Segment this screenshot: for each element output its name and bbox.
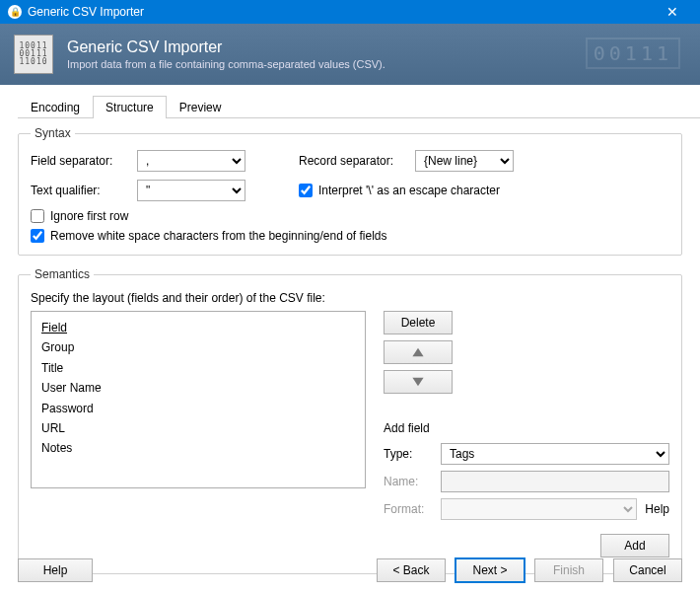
add-field-heading: Add field — [384, 421, 669, 435]
syntax-group: Syntax Field separator: , Record separat… — [18, 126, 682, 256]
list-item[interactable]: Password — [41, 399, 355, 418]
field-separator-label: Field separator: — [31, 154, 129, 168]
cancel-button[interactable]: Cancel — [613, 558, 682, 582]
text-qualifier-label: Text qualifier: — [31, 184, 129, 197]
finish-button: Finish — [534, 558, 603, 582]
list-item[interactable]: Group — [41, 337, 355, 357]
semantics-group: Semantics Specify the layout (fields and… — [18, 267, 682, 574]
csv-icon: 100110011111010 — [14, 35, 53, 74]
list-item[interactable]: Notes — [41, 438, 355, 458]
header-subtitle: Import data from a file containing comma… — [67, 58, 385, 70]
back-button[interactable]: < Back — [377, 558, 446, 582]
name-input — [441, 471, 669, 492]
ignore-first-row-checkbox[interactable] — [31, 209, 44, 223]
footer: Help < Back Next > Finish Cancel — [0, 558, 700, 582]
type-select[interactable]: Tags — [441, 443, 669, 465]
help-link[interactable]: Help — [645, 502, 669, 516]
move-up-button[interactable] — [384, 340, 453, 364]
field-separator-select[interactable]: , — [137, 150, 245, 172]
tab-structure[interactable]: Structure — [93, 96, 167, 118]
semantics-instruction: Specify the layout (fields and their ord… — [31, 291, 669, 305]
trim-whitespace-checkbox[interactable] — [31, 229, 44, 243]
trim-whitespace-label: Remove white space characters from the b… — [50, 229, 387, 243]
text-qualifier-select[interactable]: " — [137, 180, 245, 201]
next-button[interactable]: Next > — [455, 558, 525, 582]
header-ghost-icon: 00111 — [586, 37, 680, 69]
add-button[interactable]: Add — [600, 534, 669, 557]
move-down-button[interactable] — [384, 370, 453, 394]
list-item[interactable]: User Name — [41, 378, 355, 398]
record-separator-select[interactable]: {New line} — [415, 150, 514, 172]
field-list[interactable]: Field Group Title User Name Password URL… — [31, 311, 366, 488]
format-label: Format: — [384, 502, 433, 516]
name-label: Name: — [384, 475, 433, 488]
semantics-legend: Semantics — [31, 267, 94, 281]
type-label: Type: — [384, 447, 433, 461]
help-button[interactable]: Help — [18, 558, 93, 582]
syntax-legend: Syntax — [31, 126, 75, 140]
field-list-header: Field — [41, 318, 355, 337]
list-item[interactable]: URL — [41, 418, 355, 438]
escape-label: Interpret '\' as an escape character — [318, 184, 500, 197]
close-button[interactable]: ✕ — [653, 4, 692, 20]
ignore-first-row-label: Ignore first row — [50, 209, 128, 223]
header-banner: 100110011111010 Generic CSV Importer Imp… — [0, 24, 700, 85]
tab-strip: Encoding Structure Preview — [18, 95, 700, 118]
header-title: Generic CSV Importer — [67, 38, 385, 56]
format-select — [441, 498, 637, 520]
record-separator-label: Record separator: — [299, 154, 407, 168]
tab-encoding[interactable]: Encoding — [18, 96, 93, 118]
list-item[interactable]: Title — [41, 358, 355, 378]
app-icon: 🔒 — [8, 5, 22, 19]
delete-button[interactable]: Delete — [384, 311, 453, 334]
title-bar: 🔒 Generic CSV Importer ✕ — [0, 0, 700, 24]
escape-checkbox[interactable] — [299, 184, 313, 197]
tab-preview[interactable]: Preview — [167, 96, 235, 118]
window-title: Generic CSV Importer — [28, 5, 653, 19]
